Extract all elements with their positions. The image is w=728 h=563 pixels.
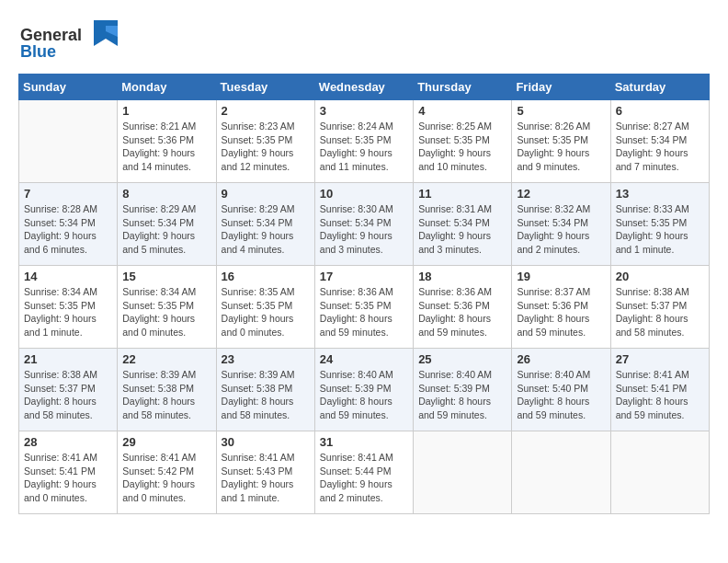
day-info: Sunrise: 8:30 AM Sunset: 5:34 PM Dayligh… xyxy=(320,202,408,257)
day-info: Sunrise: 8:25 AM Sunset: 5:35 PM Dayligh… xyxy=(418,120,506,174)
calendar-header-row: SundayMondayTuesdayWednesdayThursdayFrid… xyxy=(19,75,710,100)
calendar-cell: 15Sunrise: 8:34 AM Sunset: 5:35 PM Dayli… xyxy=(118,266,216,349)
calendar-cell: 6Sunrise: 8:27 AM Sunset: 5:34 PM Daylig… xyxy=(610,100,709,183)
day-number: 28 xyxy=(24,435,112,449)
day-number: 2 xyxy=(222,104,310,118)
calendar-cell: 20Sunrise: 8:38 AM Sunset: 5:37 PM Dayli… xyxy=(610,266,709,349)
day-number: 27 xyxy=(616,352,704,366)
day-number: 7 xyxy=(24,187,112,201)
day-number: 23 xyxy=(222,352,310,366)
day-info: Sunrise: 8:29 AM Sunset: 5:34 PM Dayligh… xyxy=(122,202,210,257)
day-number: 6 xyxy=(616,104,704,118)
day-number: 5 xyxy=(517,104,605,118)
calendar-cell: 28Sunrise: 8:41 AM Sunset: 5:41 PM Dayli… xyxy=(19,431,118,514)
calendar-week-row: 28Sunrise: 8:41 AM Sunset: 5:41 PM Dayli… xyxy=(19,431,710,514)
calendar-cell: 4Sunrise: 8:25 AM Sunset: 5:35 PM Daylig… xyxy=(414,100,512,183)
day-header-wednesday: Wednesday xyxy=(314,75,413,100)
calendar-cell: 29Sunrise: 8:41 AM Sunset: 5:42 PM Dayli… xyxy=(118,431,216,514)
day-number: 9 xyxy=(222,187,310,201)
page-header: General Blue xyxy=(18,18,710,64)
calendar-cell: 31Sunrise: 8:41 AM Sunset: 5:44 PM Dayli… xyxy=(314,431,413,514)
day-info: Sunrise: 8:41 AM Sunset: 5:42 PM Dayligh… xyxy=(122,451,210,505)
day-info: Sunrise: 8:24 AM Sunset: 5:35 PM Dayligh… xyxy=(320,120,408,174)
day-number: 20 xyxy=(616,270,704,283)
calendar-cell: 25Sunrise: 8:40 AM Sunset: 5:39 PM Dayli… xyxy=(414,349,512,431)
day-number: 18 xyxy=(418,270,506,283)
calendar-cell: 26Sunrise: 8:40 AM Sunset: 5:40 PM Dayli… xyxy=(512,349,610,431)
calendar-week-row: 21Sunrise: 8:38 AM Sunset: 5:37 PM Dayli… xyxy=(19,349,710,431)
calendar-cell: 22Sunrise: 8:39 AM Sunset: 5:38 PM Dayli… xyxy=(118,349,216,431)
day-info: Sunrise: 8:41 AM Sunset: 5:44 PM Dayligh… xyxy=(320,451,408,505)
calendar-cell xyxy=(19,100,118,183)
calendar-cell: 13Sunrise: 8:33 AM Sunset: 5:35 PM Dayli… xyxy=(610,183,709,266)
day-number: 11 xyxy=(418,187,506,201)
calendar-cell: 16Sunrise: 8:35 AM Sunset: 5:35 PM Dayli… xyxy=(216,266,314,349)
calendar-cell: 9Sunrise: 8:29 AM Sunset: 5:34 PM Daylig… xyxy=(216,183,314,266)
day-header-sunday: Sunday xyxy=(19,75,118,100)
calendar-cell: 1Sunrise: 8:21 AM Sunset: 5:36 PM Daylig… xyxy=(118,100,216,183)
calendar-cell: 7Sunrise: 8:28 AM Sunset: 5:34 PM Daylig… xyxy=(19,183,118,266)
day-info: Sunrise: 8:33 AM Sunset: 5:35 PM Dayligh… xyxy=(616,202,704,257)
day-info: Sunrise: 8:34 AM Sunset: 5:35 PM Dayligh… xyxy=(24,285,112,339)
day-info: Sunrise: 8:39 AM Sunset: 5:38 PM Dayligh… xyxy=(222,368,310,422)
day-info: Sunrise: 8:40 AM Sunset: 5:39 PM Dayligh… xyxy=(418,368,506,422)
day-info: Sunrise: 8:38 AM Sunset: 5:37 PM Dayligh… xyxy=(24,368,112,422)
calendar-week-row: 1Sunrise: 8:21 AM Sunset: 5:36 PM Daylig… xyxy=(19,100,710,183)
day-info: Sunrise: 8:28 AM Sunset: 5:34 PM Dayligh… xyxy=(24,202,112,257)
day-info: Sunrise: 8:41 AM Sunset: 5:41 PM Dayligh… xyxy=(24,451,112,505)
day-header-saturday: Saturday xyxy=(610,75,709,100)
day-info: Sunrise: 8:32 AM Sunset: 5:34 PM Dayligh… xyxy=(517,202,605,257)
day-number: 1 xyxy=(122,104,210,118)
day-number: 15 xyxy=(122,270,210,283)
day-info: Sunrise: 8:40 AM Sunset: 5:39 PM Dayligh… xyxy=(320,368,408,422)
day-number: 4 xyxy=(418,104,506,118)
calendar-cell: 21Sunrise: 8:38 AM Sunset: 5:37 PM Dayli… xyxy=(19,349,118,431)
day-number: 21 xyxy=(24,352,112,366)
day-info: Sunrise: 8:27 AM Sunset: 5:34 PM Dayligh… xyxy=(616,120,704,174)
calendar-cell: 23Sunrise: 8:39 AM Sunset: 5:38 PM Dayli… xyxy=(216,349,314,431)
calendar-cell: 8Sunrise: 8:29 AM Sunset: 5:34 PM Daylig… xyxy=(118,183,216,266)
day-info: Sunrise: 8:36 AM Sunset: 5:36 PM Dayligh… xyxy=(418,285,506,339)
day-info: Sunrise: 8:29 AM Sunset: 5:34 PM Dayligh… xyxy=(222,202,310,257)
day-number: 29 xyxy=(122,435,210,449)
calendar-cell: 19Sunrise: 8:37 AM Sunset: 5:36 PM Dayli… xyxy=(512,266,610,349)
day-number: 26 xyxy=(517,352,605,366)
calendar-cell xyxy=(414,431,512,514)
day-number: 17 xyxy=(320,270,408,283)
calendar-cell: 3Sunrise: 8:24 AM Sunset: 5:35 PM Daylig… xyxy=(314,100,413,183)
calendar-cell: 27Sunrise: 8:41 AM Sunset: 5:41 PM Dayli… xyxy=(610,349,709,431)
day-number: 16 xyxy=(222,270,310,283)
day-number: 12 xyxy=(517,187,605,201)
day-info: Sunrise: 8:23 AM Sunset: 5:35 PM Dayligh… xyxy=(222,120,310,174)
day-header-tuesday: Tuesday xyxy=(216,75,314,100)
day-info: Sunrise: 8:41 AM Sunset: 5:43 PM Dayligh… xyxy=(222,451,310,505)
calendar-cell: 14Sunrise: 8:34 AM Sunset: 5:35 PM Dayli… xyxy=(19,266,118,349)
day-info: Sunrise: 8:40 AM Sunset: 5:40 PM Dayligh… xyxy=(517,368,605,422)
day-number: 8 xyxy=(122,187,210,201)
calendar-cell: 11Sunrise: 8:31 AM Sunset: 5:34 PM Dayli… xyxy=(414,183,512,266)
calendar-week-row: 7Sunrise: 8:28 AM Sunset: 5:34 PM Daylig… xyxy=(19,183,710,266)
day-info: Sunrise: 8:36 AM Sunset: 5:35 PM Dayligh… xyxy=(320,285,408,339)
day-info: Sunrise: 8:41 AM Sunset: 5:41 PM Dayligh… xyxy=(616,368,704,422)
day-header-friday: Friday xyxy=(512,75,610,100)
day-header-thursday: Thursday xyxy=(414,75,512,100)
day-info: Sunrise: 8:39 AM Sunset: 5:38 PM Dayligh… xyxy=(122,368,210,422)
day-number: 3 xyxy=(320,104,408,118)
day-number: 30 xyxy=(222,435,310,449)
logo: General Blue xyxy=(18,18,119,64)
calendar-cell: 10Sunrise: 8:30 AM Sunset: 5:34 PM Dayli… xyxy=(314,183,413,266)
calendar-week-row: 14Sunrise: 8:34 AM Sunset: 5:35 PM Dayli… xyxy=(19,266,710,349)
day-number: 22 xyxy=(122,352,210,366)
svg-text:General: General xyxy=(20,26,82,44)
logo-svg: General Blue xyxy=(18,18,119,64)
calendar-cell: 30Sunrise: 8:41 AM Sunset: 5:43 PM Dayli… xyxy=(216,431,314,514)
day-number: 13 xyxy=(616,187,704,201)
day-number: 19 xyxy=(517,270,605,283)
calendar-cell: 17Sunrise: 8:36 AM Sunset: 5:35 PM Dayli… xyxy=(314,266,413,349)
day-number: 31 xyxy=(320,435,408,449)
day-info: Sunrise: 8:21 AM Sunset: 5:36 PM Dayligh… xyxy=(122,120,210,174)
calendar-cell: 12Sunrise: 8:32 AM Sunset: 5:34 PM Dayli… xyxy=(512,183,610,266)
calendar-cell xyxy=(610,431,709,514)
calendar-cell: 2Sunrise: 8:23 AM Sunset: 5:35 PM Daylig… xyxy=(216,100,314,183)
day-number: 24 xyxy=(320,352,408,366)
